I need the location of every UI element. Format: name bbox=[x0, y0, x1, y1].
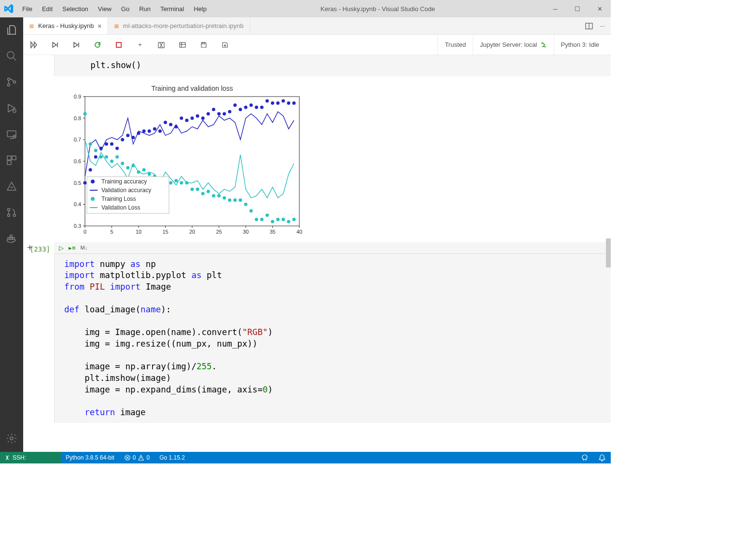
svg-point-76 bbox=[169, 123, 172, 126]
clear-output-icon[interactable] bbox=[155, 41, 167, 49]
menu-go[interactable]: Go bbox=[116, 5, 134, 13]
save-icon[interactable] bbox=[198, 41, 210, 49]
svg-point-107 bbox=[121, 162, 124, 165]
extensions-icon[interactable] bbox=[0, 152, 23, 169]
svg-point-96 bbox=[276, 101, 280, 105]
svg-point-88 bbox=[233, 103, 237, 107]
run-debug-icon[interactable] bbox=[0, 99, 23, 117]
svg-point-130 bbox=[244, 202, 248, 206]
svg-point-124 bbox=[212, 194, 215, 197]
add-cell-button[interactable]: + bbox=[27, 242, 33, 253]
run-all-icon[interactable] bbox=[28, 41, 40, 49]
svg-point-101 bbox=[89, 142, 92, 145]
close-button[interactable]: ✕ bbox=[589, 0, 611, 17]
tab-ml-attacks[interactable]: ≣ ml-attacks-more-perturbation-pretrain.… bbox=[108, 17, 250, 34]
svg-point-10 bbox=[8, 209, 10, 211]
explorer-icon[interactable] bbox=[0, 21, 23, 39]
menu-run[interactable]: Run bbox=[134, 5, 155, 13]
maximize-button[interactable]: ☐ bbox=[566, 0, 589, 17]
trusted-button[interactable]: Trusted bbox=[437, 35, 473, 55]
svg-text:0.6: 0.6 bbox=[74, 158, 81, 164]
markdown-icon[interactable]: M↓ bbox=[81, 245, 88, 251]
run-by-line-icon[interactable]: ▸≡ bbox=[69, 244, 76, 252]
kernel-button[interactable]: Python 3: Idle bbox=[554, 35, 606, 55]
svg-point-137 bbox=[281, 218, 285, 221]
svg-point-94 bbox=[266, 99, 269, 102]
tab-husky[interactable]: ≣ Keras - Husky.ipynb × bbox=[23, 17, 108, 34]
svg-text:15: 15 bbox=[162, 229, 168, 235]
remote-icon bbox=[4, 454, 11, 461]
svg-point-138 bbox=[287, 220, 290, 223]
github-pr-icon[interactable] bbox=[0, 204, 23, 221]
code-editor[interactable]: import numpy as np import matplotlib.pyp… bbox=[54, 254, 611, 423]
split-editor-icon[interactable] bbox=[585, 22, 593, 30]
menu-file[interactable]: File bbox=[17, 5, 37, 13]
add-cell-icon[interactable]: + bbox=[134, 41, 146, 48]
go-version[interactable]: Go 1.15.2 bbox=[154, 454, 190, 461]
svg-point-1 bbox=[8, 78, 10, 81]
svg-point-106 bbox=[115, 155, 119, 158]
code-editor[interactable]: plt.show() bbox=[54, 55, 611, 76]
svg-point-4 bbox=[13, 110, 16, 112]
svg-text:35: 35 bbox=[269, 229, 275, 235]
restart-icon[interactable] bbox=[92, 41, 103, 49]
remote-label: SSH: bbox=[13, 454, 26, 461]
svg-point-136 bbox=[276, 218, 280, 221]
more-icon[interactable]: ··· bbox=[600, 22, 605, 29]
svg-rect-5 bbox=[7, 131, 16, 137]
svg-point-93 bbox=[260, 105, 264, 109]
svg-point-81 bbox=[196, 114, 199, 117]
azure-icon[interactable] bbox=[0, 178, 23, 195]
minimize-button[interactable]: ─ bbox=[544, 0, 566, 17]
svg-point-87 bbox=[228, 110, 231, 113]
notifications-icon[interactable] bbox=[593, 454, 611, 462]
svg-point-80 bbox=[191, 116, 194, 120]
close-icon[interactable]: × bbox=[98, 22, 101, 30]
menubar: File Edit Selection View Go Run Terminal… bbox=[17, 5, 211, 13]
run-above-icon[interactable] bbox=[49, 41, 61, 49]
svg-point-145 bbox=[91, 197, 95, 201]
svg-rect-15 bbox=[13, 238, 14, 239]
main-area: ≣ Keras - Husky.ipynb × ≣ ml-attacks-mor… bbox=[0, 17, 611, 452]
menu-view[interactable]: View bbox=[93, 5, 116, 13]
python-version[interactable]: Python 3.8.5 64-bit bbox=[61, 454, 119, 461]
svg-text:Validation accuracy: Validation accuracy bbox=[101, 187, 151, 194]
variables-icon[interactable] bbox=[177, 41, 188, 49]
error-icon bbox=[124, 454, 131, 461]
code-cell-top: plt.show() bbox=[27, 55, 611, 76]
svg-point-131 bbox=[250, 209, 253, 212]
svg-text:0.8: 0.8 bbox=[74, 115, 81, 121]
search-icon[interactable] bbox=[0, 47, 23, 65]
interrupt-icon[interactable] bbox=[113, 41, 125, 49]
server-label: Jupyter Server: local bbox=[480, 41, 537, 48]
remote-indicator[interactable]: SSH: bbox=[0, 452, 61, 463]
run-below-icon[interactable] bbox=[70, 41, 82, 49]
svg-point-111 bbox=[142, 168, 146, 171]
feedback-icon[interactable] bbox=[576, 454, 593, 462]
menu-selection[interactable]: Selection bbox=[57, 5, 93, 13]
menu-terminal[interactable]: Terminal bbox=[155, 5, 189, 13]
svg-point-83 bbox=[207, 112, 210, 115]
svg-rect-22 bbox=[180, 42, 185, 47]
source-control-icon[interactable] bbox=[0, 73, 23, 91]
problems[interactable]: 0 0 bbox=[119, 454, 154, 461]
menu-help[interactable]: Help bbox=[189, 5, 211, 13]
svg-point-129 bbox=[239, 198, 242, 202]
scrollbar-thumb[interactable] bbox=[606, 238, 611, 267]
svg-text:Validation Loss: Validation Loss bbox=[101, 204, 140, 211]
jupyter-server-button[interactable]: Jupyter Server: local bbox=[473, 35, 554, 55]
svg-text:0.7: 0.7 bbox=[74, 137, 81, 142]
svg-point-95 bbox=[271, 101, 274, 105]
run-cell-icon[interactable]: ▷ bbox=[59, 244, 64, 252]
notebook-body[interactable]: + plt.show() Training and validation los… bbox=[23, 55, 611, 452]
svg-point-102 bbox=[94, 149, 98, 152]
remote-explorer-icon[interactable] bbox=[0, 126, 23, 143]
tab-actions: ··· bbox=[585, 17, 611, 34]
export-icon[interactable] bbox=[219, 41, 231, 49]
jupyter-icon: ≣ bbox=[114, 22, 119, 29]
menu-edit[interactable]: Edit bbox=[37, 5, 57, 13]
svg-point-134 bbox=[266, 213, 269, 217]
settings-icon[interactable] bbox=[0, 430, 23, 447]
svg-text:0: 0 bbox=[84, 229, 86, 235]
docker-icon[interactable] bbox=[0, 230, 23, 247]
